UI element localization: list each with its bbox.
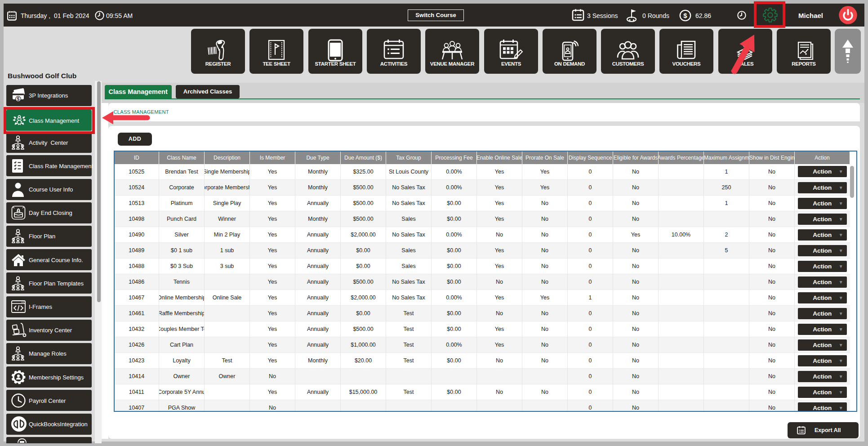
svg-text:$: $ [683, 12, 687, 19]
svg-text:$: $ [17, 96, 20, 102]
